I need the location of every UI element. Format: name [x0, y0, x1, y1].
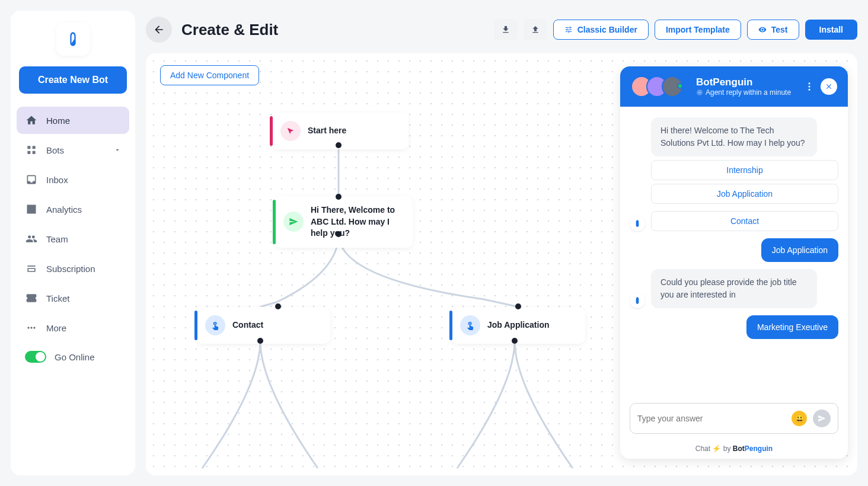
chat-avatars — [631, 76, 689, 97]
bot-message-row: Contact — [630, 211, 838, 231]
svg-point-6 — [809, 89, 810, 91]
main-content: Create & Edit Classic Builder Import Tem… — [146, 11, 857, 475]
svg-point-1 — [30, 327, 32, 328]
arrow-left-icon — [153, 24, 165, 36]
chat-options: Internship Job Application — [651, 160, 838, 204]
logo — [56, 23, 90, 56]
sidebar-item-subscription[interactable]: Subscription — [17, 255, 129, 282]
bot-avatar — [630, 216, 645, 231]
inbox-icon — [25, 173, 38, 186]
download-button[interactable] — [494, 19, 518, 40]
ticket-icon — [25, 292, 38, 305]
upload-icon — [531, 25, 540, 34]
team-icon — [25, 232, 38, 245]
sidebar-item-label: Analytics — [46, 204, 82, 215]
create-new-bot-button[interactable]: Create New Bot — [19, 66, 127, 94]
install-button[interactable]: Install — [805, 20, 857, 40]
chat-preview-widget: BotPenguin Agent reply within a minute — [620, 66, 848, 459]
sidebar-item-label: Home — [46, 116, 70, 126]
bot-message: Could you please provide the job title y… — [630, 269, 838, 308]
svg-point-5 — [809, 86, 810, 88]
tap-icon — [460, 315, 480, 335]
sidebar: Create New Bot Home Bots Inbox Analytics… — [11, 11, 135, 475]
svg-point-2 — [33, 327, 35, 328]
subscription-icon — [25, 262, 38, 275]
sidebar-item-team[interactable]: Team — [17, 225, 129, 252]
flow-node-job-application[interactable]: Job Application — [452, 307, 585, 344]
sidebar-item-label: Inbox — [46, 175, 68, 185]
flow-canvas[interactable]: Add New Component Start here Hi There, W… — [146, 53, 857, 475]
header: Create & Edit Classic Builder Import Tem… — [146, 11, 857, 53]
sidebar-item-label: More — [46, 323, 66, 333]
chat-header-actions — [804, 78, 837, 95]
import-template-button[interactable]: Import Template — [655, 20, 741, 40]
page-title: Create & Edit — [181, 21, 278, 39]
online-status-dot — [677, 83, 683, 89]
chat-close-button[interactable] — [821, 78, 837, 95]
flow-node-contact[interactable]: Contact — [197, 307, 330, 344]
chat-input-row: 😀 — [620, 395, 848, 441]
chat-input[interactable] — [637, 414, 786, 423]
sidebar-item-more[interactable]: More — [17, 314, 129, 341]
svg-point-4 — [809, 82, 810, 84]
download-icon — [501, 25, 510, 34]
user-message: Job Application — [761, 238, 838, 262]
chat-subtitle: Agent reply within a minute — [696, 88, 797, 97]
connector-dot[interactable] — [275, 303, 281, 309]
sliders-icon — [564, 25, 573, 34]
send-icon — [818, 414, 826, 423]
eye-icon — [758, 25, 767, 34]
home-icon — [25, 114, 38, 127]
penguin-icon — [65, 31, 81, 47]
send-button[interactable] — [813, 410, 831, 427]
close-icon — [825, 82, 833, 91]
analytics-icon — [25, 203, 38, 216]
connector-dot[interactable] — [512, 338, 518, 344]
sidebar-item-bots[interactable]: Bots — [17, 136, 129, 164]
flow-node-welcome[interactable]: Hi There, Welcome to ABC Ltd. How may I … — [275, 196, 413, 248]
bots-icon — [25, 143, 38, 156]
cursor-icon — [280, 121, 301, 141]
chevron-down-icon — [114, 145, 121, 155]
check-badge-icon — [696, 89, 703, 96]
connector-dot[interactable] — [336, 142, 342, 148]
sidebar-item-inbox[interactable]: Inbox — [17, 166, 129, 193]
connector-dot[interactable] — [336, 194, 342, 200]
sidebar-item-label: Subscription — [46, 264, 95, 274]
sidebar-item-label: Ticket — [46, 293, 69, 303]
connector-dot[interactable] — [336, 231, 342, 237]
chat-option[interactable]: Internship — [651, 160, 838, 180]
go-online-label: Go Online — [55, 352, 95, 362]
sidebar-item-ticket[interactable]: Ticket — [17, 284, 129, 312]
upload-button[interactable] — [524, 19, 547, 40]
back-button[interactable] — [146, 17, 172, 43]
go-online-row: Go Online — [17, 344, 129, 370]
svg-point-0 — [27, 327, 29, 328]
emoji-button[interactable]: 😀 — [792, 411, 807, 426]
send-icon — [283, 212, 304, 232]
connector-dot[interactable] — [257, 338, 263, 344]
header-actions: Classic Builder Import Template Test Ins… — [494, 19, 857, 40]
connector-dot[interactable] — [515, 303, 521, 309]
user-message: Marketing Exeutive — [746, 315, 838, 339]
chat-input-box: 😀 — [630, 403, 838, 434]
chat-header: BotPenguin Agent reply within a minute — [620, 66, 848, 107]
go-online-toggle[interactable] — [25, 351, 46, 363]
classic-builder-button[interactable]: Classic Builder — [553, 20, 649, 40]
tap-icon — [205, 315, 225, 335]
sidebar-item-label: Team — [46, 234, 68, 244]
bot-avatar — [630, 293, 645, 308]
sidebar-item-analytics[interactable]: Analytics — [17, 196, 129, 223]
chat-option[interactable]: Job Application — [651, 184, 838, 204]
bot-message: Hi there! Welcome to The Tech Solutions … — [630, 117, 838, 156]
sidebar-item-label: Bots — [46, 145, 64, 155]
more-icon — [25, 321, 38, 334]
sidebar-item-home[interactable]: Home — [17, 107, 129, 134]
test-button[interactable]: Test — [747, 20, 799, 40]
chat-option[interactable]: Contact — [651, 211, 838, 231]
more-vertical-icon[interactable] — [804, 81, 815, 92]
chat-footer: Chat ⚡ by BotPenguin — [620, 441, 848, 459]
chat-title: BotPenguin — [696, 76, 797, 88]
chat-title-block: BotPenguin Agent reply within a minute — [696, 76, 797, 97]
chat-body: Hi there! Welcome to The Tech Solutions … — [620, 107, 848, 395]
